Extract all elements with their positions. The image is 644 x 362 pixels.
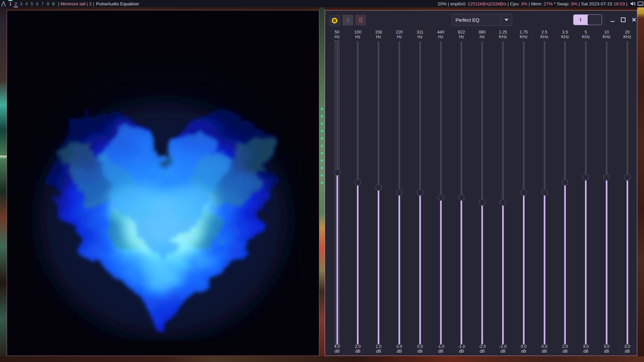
speaker-icon[interactable] [630,1,636,6]
slider-handle[interactable] [334,169,340,176]
band-slider[interactable] [584,41,587,345]
eq-band-10KHz: 10KHz 3.0dB [596,10,617,356]
slider-handle[interactable] [562,179,569,186]
band-frequency-label: 3.5KHz [555,30,576,39]
eq-band-2.5KHz: 2.5KHz 0.0dB [534,10,555,356]
slider-fill [627,177,628,345]
eq-band-50Hz: 50Hz 4.0dB [327,10,347,356]
band-slider[interactable] [356,41,359,345]
status-segment: 3% [521,1,528,6]
eq-band-3.5KHz: 3.5KHz 2.0dB [555,10,576,356]
eq-band-1.25KHz: 1.25KHz -2.0dB [492,10,513,356]
slider-handle[interactable] [396,189,402,196]
band-slider[interactable] [501,41,504,345]
band-slider[interactable] [439,41,442,345]
layout-indicator[interactable]: | Minimize tall | 2 | [58,1,94,6]
slider-fill [481,202,483,345]
status-segment: 3% [571,1,578,6]
slider-handle[interactable] [355,179,361,186]
slider-handle[interactable] [417,189,423,196]
eq-band-311Hz: 311Hz 0.0dB [410,10,430,356]
status-bar-stats: 20% | enp8s0: 12511kB/s|232kB/s | Cpu: 3… [438,1,629,6]
band-slider[interactable] [377,41,380,345]
workspace-tag-6[interactable]: 6 [35,0,40,7]
status-segment: | [625,1,629,6]
eq-band-5KHz: 5KHz 3.0dB [576,10,596,356]
band-frequency-label: 1.25KHz [492,30,513,39]
slider-handle[interactable] [479,199,486,206]
band-slider[interactable] [336,41,339,345]
band-gain-label: 0.0dB [513,344,534,354]
eq-band-156Hz: 156Hz 1.0dB [368,10,389,356]
status-bar-left: 1 2 3 4 5 6 7 8 9 | Minimize tall | 2 | … [0,0,139,7]
pulseaudio-equalizer-window: Perfect EQ I ✕ 50Hz 4.0dB 100Hz [325,10,637,356]
band-gain-label: -1.0dB [430,344,451,354]
eq-band-1.75KHz: 1.75KHz 0.0dB [513,10,534,356]
band-frequency-label: 5KHz [576,30,596,39]
band-slider[interactable] [481,41,484,345]
workspace-tag-8[interactable]: 8 [45,0,51,7]
slider-handle[interactable] [624,174,631,181]
band-slider[interactable] [543,41,546,345]
workspace-tag-7[interactable]: 7 [40,0,45,7]
band-slider[interactable] [522,41,525,345]
image-viewer-window [7,10,319,356]
band-gain-label: -1.0dB [451,344,472,354]
band-frequency-label: 880Hz [472,30,493,39]
workspace-label: 8 [47,1,49,6]
band-slider[interactable] [398,41,401,345]
band-gain-label: 2.0dB [555,344,576,354]
status-segment: 27% [544,1,553,6]
slider-fill [461,197,462,345]
band-slider[interactable] [460,41,463,345]
band-frequency-label: 622Hz [451,30,472,39]
slider-fill [564,182,566,345]
band-frequency-label: 2.5KHz [534,30,555,39]
workspace-tag-3[interactable]: 3 [18,0,24,7]
workspace-label: 6 [36,1,39,6]
wallpaper-bottom-strip [0,356,644,362]
band-frequency-label: 156Hz [368,30,389,39]
band-gain-label: 4.0dB [327,344,347,354]
network-port-icon[interactable] [637,1,643,6]
slider-handle[interactable] [499,199,506,206]
workspace-tag-9[interactable]: 9 [51,0,56,7]
slider-handle[interactable] [437,194,444,201]
slider-fill [544,192,545,345]
slider-fill [378,187,379,345]
eq-band-440Hz: 440Hz -1.0dB [430,10,451,356]
slider-handle[interactable] [520,189,527,196]
workspace-tag-4[interactable]: 4 [24,0,29,7]
band-slider[interactable] [564,41,567,345]
band-gain-label: 0.0dB [410,344,430,354]
band-gain-label: -2.0dB [492,344,513,354]
slider-handle[interactable] [583,174,589,181]
band-gain-label: 3.0dB [617,344,638,354]
workspace-tag-2[interactable]: 2 [13,0,18,7]
status-segment: | Cpu: [506,1,521,6]
slider-handle[interactable] [603,174,610,181]
slider-fill [523,192,525,345]
slider-handle[interactable] [458,194,465,201]
status-segment: 20% | enp8s0: [438,1,468,6]
status-segment: * Swap: [553,1,571,6]
slider-handle[interactable] [375,184,382,191]
band-slider[interactable] [419,41,422,345]
workspace-tag-5[interactable]: 5 [29,0,35,7]
eq-band-100Hz: 100Hz 2.0dB [347,10,368,356]
flame-icon[interactable] [1,1,6,6]
workspace-label: 9 [52,1,55,6]
workspace-label: 3 [20,1,22,6]
band-slider[interactable] [605,41,608,345]
slider-fill [440,197,442,345]
eq-band-622Hz: 622Hz -1.0dB [451,10,472,356]
band-frequency-label: 311Hz [410,30,430,39]
eq-band-220Hz: 220Hz 0.0dB [389,10,410,356]
wallpaper-right-strip [637,0,644,362]
workspace-tag-1[interactable]: 1 [8,0,13,7]
workspace-label: 7 [41,1,44,6]
workspace-label: 4 [25,1,28,6]
band-slider[interactable] [626,41,629,345]
slider-handle[interactable] [541,189,548,196]
workspace-label: 5 [31,1,33,6]
